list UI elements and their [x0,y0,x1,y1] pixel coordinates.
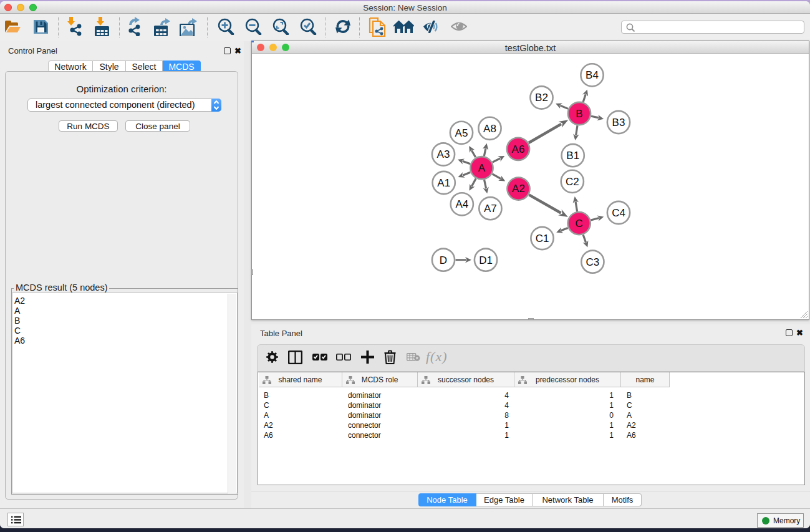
svg-text:B1: B1 [566,150,579,162]
svg-text:C4: C4 [612,207,625,219]
svg-text:D: D [440,254,447,266]
svg-text:A7: A7 [484,203,497,215]
svg-text:C2: C2 [566,176,579,188]
svg-text:B2: B2 [535,92,548,104]
svg-text:C1: C1 [536,233,549,244]
svg-text:B4: B4 [586,69,599,81]
svg-text:A8: A8 [483,123,496,135]
svg-text:D1: D1 [479,254,493,266]
svg-text:A5: A5 [455,127,468,139]
svg-text:C: C [576,218,583,230]
svg-text:B3: B3 [612,117,625,128]
svg-text:A: A [478,162,486,174]
svg-text:A6: A6 [512,143,525,155]
svg-text:A2: A2 [512,183,525,195]
svg-text:B: B [576,108,582,120]
svg-text:C3: C3 [586,256,600,268]
svg-text:A1: A1 [437,177,450,189]
svg-text:A4: A4 [455,198,468,210]
svg-text:A3: A3 [437,148,450,160]
